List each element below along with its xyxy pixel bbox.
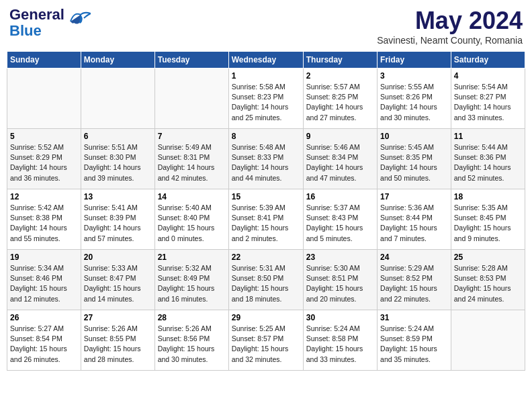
day-number: 26 [10,313,78,322]
day-info: Sunrise: 5:28 AM Sunset: 8:53 PM Dayligh… [454,263,522,304]
day-number: 1 [232,71,300,81]
day-number: 30 [306,313,374,322]
calendar-cell [154,68,228,129]
title-section: May 2024 Savinesti, Neamt County, Romani… [377,7,523,46]
calendar-cell: 3Sunrise: 5:55 AM Sunset: 8:26 PM Daylig… [378,68,451,129]
weekday-header-saturday: Saturday [451,52,525,68]
calendar-cell: 4Sunrise: 5:54 AM Sunset: 8:27 PM Daylig… [451,68,525,129]
logo-bird-icon [67,8,91,28]
day-info: Sunrise: 5:52 AM Sunset: 8:29 PM Dayligh… [10,142,78,183]
calendar-cell: 23Sunrise: 5:30 AM Sunset: 8:51 PM Dayli… [303,250,377,310]
page-header: General Blue May 2024 Savinesti, Neamt C… [7,7,525,46]
weekday-header-monday: Monday [81,52,154,68]
calendar-cell: 6Sunrise: 5:51 AM Sunset: 8:30 PM Daylig… [81,129,154,189]
day-number: 3 [380,71,448,81]
calendar-cell: 25Sunrise: 5:28 AM Sunset: 8:53 PM Dayli… [451,250,525,310]
day-number: 16 [306,192,374,201]
day-info: Sunrise: 5:32 AM Sunset: 8:49 PM Dayligh… [158,263,226,304]
day-number: 6 [84,132,152,141]
day-info: Sunrise: 5:58 AM Sunset: 8:23 PM Dayligh… [232,82,300,123]
day-number: 8 [232,132,300,141]
day-number: 14 [158,192,226,201]
day-number: 21 [158,253,226,262]
calendar-cell: 19Sunrise: 5:34 AM Sunset: 8:46 PM Dayli… [7,250,81,310]
day-number: 15 [232,192,300,201]
day-info: Sunrise: 5:24 AM Sunset: 8:58 PM Dayligh… [306,324,374,365]
day-info: Sunrise: 5:55 AM Sunset: 8:26 PM Dayligh… [380,82,448,123]
logo-blue: Blue [9,22,42,39]
day-number: 28 [158,313,226,322]
calendar-week-row: 1Sunrise: 5:58 AM Sunset: 8:23 PM Daylig… [7,68,525,129]
day-info: Sunrise: 5:40 AM Sunset: 8:40 PM Dayligh… [158,203,226,244]
day-info: Sunrise: 5:49 AM Sunset: 8:31 PM Dayligh… [158,142,226,183]
calendar-cell: 29Sunrise: 5:25 AM Sunset: 8:57 PM Dayli… [228,310,303,371]
calendar-cell: 8Sunrise: 5:48 AM Sunset: 8:33 PM Daylig… [228,129,303,189]
day-number: 4 [454,71,522,81]
calendar-cell: 5Sunrise: 5:52 AM Sunset: 8:29 PM Daylig… [7,129,81,189]
day-info: Sunrise: 5:34 AM Sunset: 8:46 PM Dayligh… [10,263,78,304]
calendar-cell: 21Sunrise: 5:32 AM Sunset: 8:49 PM Dayli… [154,250,228,310]
day-info: Sunrise: 5:30 AM Sunset: 8:51 PM Dayligh… [306,263,374,304]
day-info: Sunrise: 5:51 AM Sunset: 8:30 PM Dayligh… [84,142,152,183]
day-info: Sunrise: 5:57 AM Sunset: 8:25 PM Dayligh… [306,82,374,123]
day-number: 31 [380,313,448,322]
day-number: 22 [232,253,300,262]
calendar-cell: 2Sunrise: 5:57 AM Sunset: 8:25 PM Daylig… [303,68,377,129]
day-info: Sunrise: 5:42 AM Sunset: 8:38 PM Dayligh… [10,203,78,244]
day-info: Sunrise: 5:39 AM Sunset: 8:41 PM Dayligh… [232,203,300,244]
calendar-cell: 11Sunrise: 5:44 AM Sunset: 8:36 PM Dayli… [451,129,525,189]
day-info: Sunrise: 5:25 AM Sunset: 8:57 PM Dayligh… [232,324,300,365]
calendar-cell [7,68,81,129]
calendar-cell: 13Sunrise: 5:41 AM Sunset: 8:39 PM Dayli… [81,189,154,250]
logo: General Blue [9,7,91,39]
day-info: Sunrise: 5:29 AM Sunset: 8:52 PM Dayligh… [380,263,448,304]
logo-general: General [9,6,64,23]
day-number: 10 [380,132,448,141]
calendar-cell: 27Sunrise: 5:26 AM Sunset: 8:55 PM Dayli… [81,310,154,371]
calendar-cell: 28Sunrise: 5:26 AM Sunset: 8:56 PM Dayli… [154,310,228,371]
calendar-week-row: 19Sunrise: 5:34 AM Sunset: 8:46 PM Dayli… [7,250,525,310]
day-number: 5 [10,132,78,141]
day-number: 27 [84,313,152,322]
day-info: Sunrise: 5:44 AM Sunset: 8:36 PM Dayligh… [454,142,522,183]
location-subtitle: Savinesti, Neamt County, Romania [377,35,523,46]
calendar-cell: 1Sunrise: 5:58 AM Sunset: 8:23 PM Daylig… [228,68,303,129]
day-number: 19 [10,253,78,262]
day-number: 29 [232,313,300,322]
calendar-cell: 17Sunrise: 5:36 AM Sunset: 8:44 PM Dayli… [378,189,451,250]
day-number: 13 [84,192,152,201]
calendar-cell: 31Sunrise: 5:24 AM Sunset: 8:59 PM Dayli… [378,310,451,371]
day-number: 20 [84,253,152,262]
day-number: 9 [306,132,374,141]
day-number: 23 [306,253,374,262]
calendar-cell: 26Sunrise: 5:27 AM Sunset: 8:54 PM Dayli… [7,310,81,371]
weekday-header-row: SundayMondayTuesdayWednesdayThursdayFrid… [7,52,525,68]
day-info: Sunrise: 5:26 AM Sunset: 8:55 PM Dayligh… [84,324,152,365]
calendar-cell: 10Sunrise: 5:45 AM Sunset: 8:35 PM Dayli… [378,129,451,189]
calendar-cell: 14Sunrise: 5:40 AM Sunset: 8:40 PM Dayli… [154,189,228,250]
day-number: 18 [454,192,522,201]
calendar-week-row: 26Sunrise: 5:27 AM Sunset: 8:54 PM Dayli… [7,310,525,371]
calendar-cell [81,68,154,129]
calendar-cell: 30Sunrise: 5:24 AM Sunset: 8:58 PM Dayli… [303,310,377,371]
calendar-cell: 16Sunrise: 5:37 AM Sunset: 8:43 PM Dayli… [303,189,377,250]
day-info: Sunrise: 5:35 AM Sunset: 8:45 PM Dayligh… [454,203,522,244]
day-info: Sunrise: 5:36 AM Sunset: 8:44 PM Dayligh… [380,203,448,244]
day-info: Sunrise: 5:41 AM Sunset: 8:39 PM Dayligh… [84,203,152,244]
day-info: Sunrise: 5:46 AM Sunset: 8:34 PM Dayligh… [306,142,374,183]
weekday-header-sunday: Sunday [7,52,81,68]
calendar-table: SundayMondayTuesdayWednesdayThursdayFrid… [7,51,525,371]
month-year-title: May 2024 [377,7,523,35]
day-number: 12 [10,192,78,201]
day-number: 2 [306,71,374,81]
calendar-week-row: 5Sunrise: 5:52 AM Sunset: 8:29 PM Daylig… [7,129,525,189]
day-info: Sunrise: 5:48 AM Sunset: 8:33 PM Dayligh… [232,142,300,183]
weekday-header-tuesday: Tuesday [154,52,228,68]
day-info: Sunrise: 5:27 AM Sunset: 8:54 PM Dayligh… [10,324,78,365]
weekday-header-wednesday: Wednesday [228,52,303,68]
day-number: 11 [454,132,522,141]
day-info: Sunrise: 5:45 AM Sunset: 8:35 PM Dayligh… [380,142,448,183]
day-info: Sunrise: 5:24 AM Sunset: 8:59 PM Dayligh… [380,324,448,365]
calendar-cell: 15Sunrise: 5:39 AM Sunset: 8:41 PM Dayli… [228,189,303,250]
calendar-cell: 12Sunrise: 5:42 AM Sunset: 8:38 PM Dayli… [7,189,81,250]
